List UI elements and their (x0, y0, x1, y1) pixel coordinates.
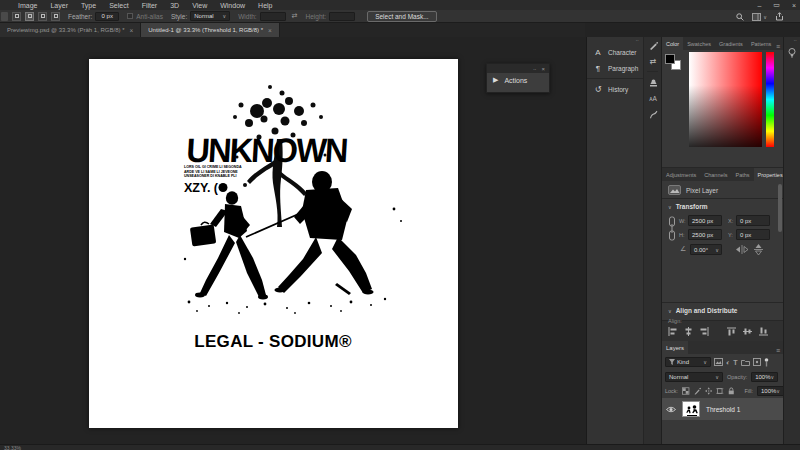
panel-menu-icon[interactable]: ≡ (776, 43, 783, 50)
subtract-selection-mode-button[interactable] (38, 12, 47, 21)
filter-smart-objects-icon[interactable] (753, 358, 761, 366)
align-right-edges-icon[interactable] (700, 327, 709, 336)
opacity-input[interactable]: 100%∨ (751, 372, 778, 382)
layer-row-threshold-1[interactable]: Threshold 1 (662, 398, 784, 420)
height-value-input[interactable]: 2500 px (688, 229, 722, 240)
menu-filter[interactable]: Filter (142, 2, 158, 9)
select-and-mask-button[interactable]: Select and Mask... (367, 11, 436, 22)
align-left-edges-icon[interactable] (668, 327, 677, 336)
align-vertical-centers-icon[interactable] (743, 327, 752, 336)
collapse-dock-icon[interactable]: ∙∙ (587, 37, 643, 44)
menu-view[interactable]: View (192, 2, 207, 9)
workspace-switcher[interactable]: ∨ (752, 13, 767, 21)
dock-item-paragraph[interactable]: ¶ Paragraph (587, 60, 643, 76)
filter-pixel-layers-icon[interactable] (714, 358, 723, 366)
fill-input[interactable]: 100%∨ (757, 386, 784, 396)
close-button[interactable]: × (792, 2, 796, 9)
filter-shape-layers-icon[interactable] (741, 359, 750, 366)
rotate-input[interactable]: 0.00°∨ (690, 244, 722, 255)
document-tab-previewimg[interactable]: Previewimg.psd @ 33.3% (Präh 1, RGB/8) *… (0, 23, 141, 37)
tab-channels[interactable]: Channels (700, 168, 731, 181)
align-bottom-edges-icon[interactable] (759, 327, 768, 336)
lock-position-icon[interactable] (705, 387, 712, 395)
menu-help[interactable]: Help (258, 2, 272, 9)
tab-swatches[interactable]: Swatches (683, 37, 715, 50)
tab-paths[interactable]: Paths (732, 168, 754, 181)
dock-item-history[interactable]: ↺ History (587, 81, 643, 97)
lock-label: Lock: (665, 388, 678, 394)
collapse-panel-icon[interactable]: ∙∙ (533, 66, 536, 72)
minimize-button[interactable]: – (757, 2, 761, 9)
menu-image[interactable]: Image (18, 2, 37, 9)
height-input[interactable] (329, 12, 355, 21)
share-icon[interactable] (775, 12, 784, 21)
zoom-level[interactable]: 33.33% (4, 445, 21, 450)
align-section-header[interactable]: ∨ Align and Distribute (662, 303, 783, 316)
lock-transparency-icon[interactable] (682, 387, 689, 395)
lock-artboard-icon[interactable] (716, 387, 723, 395)
collapse-dock-icon[interactable]: ∙∙ (784, 37, 800, 44)
tool-preset-icon[interactable] (1, 12, 8, 21)
brush-settings-icon[interactable] (644, 37, 662, 53)
tab-gradients[interactable]: Gradients (715, 37, 747, 50)
y-value-input[interactable]: 0 px (736, 229, 770, 240)
blend-mode-select[interactable]: Normal∨ (665, 372, 723, 382)
headline-glitch: UNKNOWN (185, 131, 348, 169)
layer-thumbnail[interactable] (682, 401, 700, 417)
learn-lightbulb-icon[interactable] (788, 48, 796, 59)
transform-arrows-icon[interactable]: ⇄ (644, 53, 662, 69)
swap-dimensions-icon[interactable]: ⇄ (292, 12, 298, 20)
menu-layer[interactable]: Layer (50, 2, 68, 9)
align-top-edges-icon[interactable] (727, 327, 736, 336)
glyphs-icon[interactable]: ᴀA (644, 90, 662, 106)
close-tab-icon[interactable]: × (268, 27, 272, 34)
add-selection-mode-button[interactable] (25, 12, 34, 21)
color-field[interactable] (689, 52, 762, 147)
link-dimensions-icon[interactable] (668, 216, 676, 242)
filter-adjustment-layers-icon[interactable]: ◐ (726, 359, 730, 366)
filter-toggle[interactable] (764, 358, 769, 367)
close-panel-icon[interactable]: × (541, 66, 545, 72)
x-value-input[interactable]: 0 px (736, 215, 770, 226)
tab-layers[interactable]: Layers (662, 341, 688, 354)
lock-pixels-icon[interactable] (694, 387, 701, 395)
search-icon[interactable] (736, 13, 744, 21)
width-input[interactable] (260, 12, 286, 21)
tab-adjustments[interactable]: Adjustments (662, 168, 700, 181)
document-tab-untitled[interactable]: Untitled-1 @ 33.3% (Threshold 1, RGB/8) … (141, 23, 280, 37)
menu-select[interactable]: Select (109, 2, 128, 9)
menu-type[interactable]: Type (81, 2, 96, 9)
dock-item-character[interactable]: A Character (587, 44, 643, 60)
tab-properties[interactable]: Properties (754, 168, 787, 181)
layer-filter-select[interactable]: Kind ∨ (665, 357, 711, 367)
align-horizontal-centers-icon[interactable] (684, 327, 693, 336)
tab-color[interactable]: Color (662, 37, 683, 50)
panel-menu-icon[interactable]: ≡ (776, 347, 783, 354)
smudge-icon[interactable] (644, 106, 662, 122)
width-value-input[interactable]: 2500 px (688, 215, 722, 226)
menu-3d[interactable]: 3D (170, 2, 179, 9)
anti-alias-checkbox[interactable] (127, 13, 133, 19)
style-select[interactable]: Normal∨ (190, 11, 230, 21)
layer-name[interactable]: Threshold 1 (706, 406, 740, 413)
right-edge-strip: ∙∙ (783, 37, 800, 444)
transform-section-header[interactable]: ∨ Transform (662, 199, 783, 212)
menu-window[interactable]: Window (220, 2, 245, 9)
properties-scrollbar[interactable] (778, 184, 782, 232)
intersect-selection-mode-button[interactable] (51, 12, 60, 21)
lock-all-icon[interactable] (728, 387, 735, 395)
flip-vertical-icon[interactable] (754, 244, 763, 255)
foreground-color-swatch[interactable] (665, 54, 675, 64)
canvas[interactable]: UNKNOWN LORS OIL GI CRIME LI SEGONDA ARD… (89, 59, 458, 428)
actions-panel-button[interactable]: ▶ Actions (487, 73, 549, 87)
close-tab-icon[interactable]: × (129, 27, 133, 34)
clone-stamp-icon[interactable] (644, 74, 662, 90)
flip-horizontal-icon[interactable] (736, 245, 748, 254)
restore-button[interactable]: ▭ (773, 1, 780, 9)
tab-patterns[interactable]: Patterns (747, 37, 775, 50)
layer-visibility-eye-icon[interactable] (666, 406, 676, 413)
hue-slider[interactable] (766, 52, 774, 147)
new-selection-mode-button[interactable] (12, 12, 21, 21)
feather-input[interactable]: 0 px (95, 12, 119, 21)
filter-type-layers-icon[interactable]: T (733, 359, 737, 366)
